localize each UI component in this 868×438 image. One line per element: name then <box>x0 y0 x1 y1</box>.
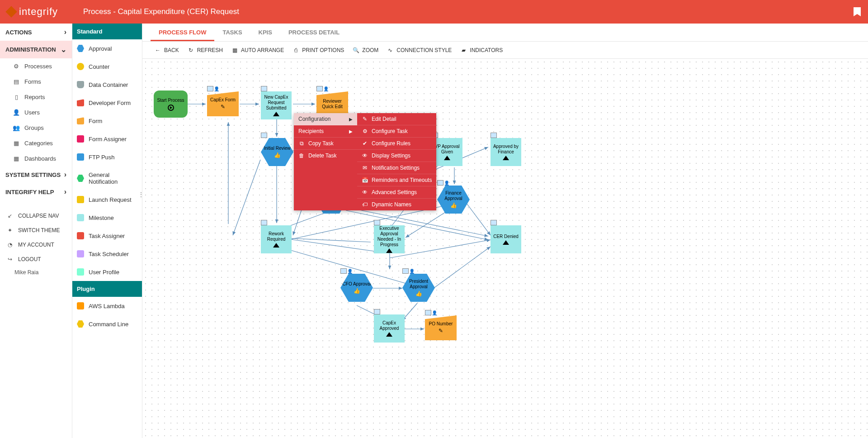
form-assigner-icon <box>77 135 84 143</box>
ctx-advanced-settings[interactable]: 👁Advanced Settings <box>357 186 436 199</box>
ctx-notification-settings[interactable]: ✉Notification Settings <box>357 162 436 174</box>
node-po-number[interactable]: 👤 PO Number✎ <box>425 315 457 340</box>
triangle-icon <box>503 156 509 160</box>
nav-item-groups[interactable]: 👥Groups <box>0 120 72 135</box>
node-finance-approval[interactable]: 👤 Finance Approval👍 <box>437 186 470 214</box>
tab-kpis[interactable]: KPIS <box>250 24 280 41</box>
palette-item-data-container[interactable]: Data Container <box>72 76 142 94</box>
switch-theme-button[interactable]: ✦SWITCH THEME <box>0 223 72 238</box>
ctx-copy-task[interactable]: ⧉Copy Task <box>294 138 357 150</box>
flow-canvas[interactable]: Start Process 👤 CapEx Form✎ New CapEx Re… <box>142 59 868 438</box>
nav-section-system-settings[interactable]: SYSTEM SETTINGS › <box>0 166 72 183</box>
node-cfo-approval[interactable]: 👤 CFO Approval👍 <box>340 274 373 302</box>
tab-process-flow[interactable]: PROCESS FLOW <box>151 24 214 41</box>
ctx-dynamic-names[interactable]: 🏷Dynamic Names <box>357 199 436 210</box>
nav-item-users[interactable]: 👤Users <box>0 105 72 120</box>
tab-tasks[interactable]: TASKS <box>214 24 250 41</box>
node-rework-required[interactable]: Rework Required <box>261 225 292 253</box>
node-new-capex-request[interactable]: New CapEx Request Submitted <box>261 91 292 119</box>
ctx-reminders-timeouts[interactable]: 📅Reminders and Timeouts <box>357 174 436 186</box>
command-line-icon <box>77 320 84 328</box>
refresh-button[interactable]: ↻REFRESH <box>187 47 223 54</box>
my-account-button[interactable]: ◔MY ACCOUNT <box>0 238 72 252</box>
palette-item-aws-lambda[interactable]: AWS Lambda <box>72 297 142 315</box>
chevron-right-icon: › <box>64 171 66 179</box>
launch-request-icon <box>77 196 84 203</box>
palette-item-general-notification[interactable]: General Notification <box>72 166 142 190</box>
user-badge-icon: 👤 <box>431 310 438 315</box>
nav-item-processes[interactable]: ⚙Processes <box>0 58 72 74</box>
palette-item-user-profile[interactable]: User Profile <box>72 263 142 281</box>
palette-item-developer-form[interactable]: Developer Form <box>72 94 142 112</box>
palette-item-task-scheduler[interactable]: Task Scheduler <box>72 245 142 263</box>
nav-item-label: Reports <box>24 94 45 100</box>
ctx-configure-rules[interactable]: ✔Configure Rules <box>357 138 436 150</box>
svg-line-14 <box>346 210 488 240</box>
ctx-delete-task[interactable]: 🗑Delete Task <box>294 150 357 162</box>
ctx-configure-task[interactable]: ⚙Configure Task <box>357 125 436 138</box>
node-label: Start Process <box>157 98 184 103</box>
status-badge-icon <box>402 268 409 274</box>
logout-button[interactable]: ↪LOGOUT <box>0 252 72 267</box>
nav-section-administration[interactable]: ADMINISTRATION ⌄ <box>0 41 72 58</box>
palette-item-task-assigner[interactable]: Task Assigner <box>72 227 142 245</box>
palette-item-label: Task Assigner <box>89 233 125 239</box>
triangle-icon <box>273 112 279 116</box>
node-reviewer-quick-edit[interactable]: 👤 Reviewer Quick Edit <box>316 91 348 116</box>
ctx-display-settings[interactable]: 👁Display Settings <box>357 150 436 162</box>
palette-item-launch-request[interactable]: Launch Request <box>72 190 142 209</box>
node-label: Finance Approval <box>439 190 468 201</box>
nav-item-forms[interactable]: ▤Forms <box>0 74 72 89</box>
status-badge-icon <box>491 220 497 225</box>
logout-icon: ↪ <box>6 256 14 263</box>
ctx-recipients[interactable]: Recipients▶ <box>294 125 357 138</box>
toolbar-label: ZOOM <box>362 47 378 53</box>
nav-section-actions[interactable]: ACTIONS › <box>0 24 72 41</box>
palette-item-command-line[interactable]: Command Line <box>72 315 142 333</box>
collapse-nav-button[interactable]: ↙COLLAPSE NAV <box>0 209 72 223</box>
toolbar-label: INDICATORS <box>470 47 503 53</box>
indicators-button[interactable]: ▰INDICATORS <box>460 47 503 54</box>
palette-item-label: Developer Form <box>89 100 131 106</box>
nav-item-label: Categories <box>24 140 53 147</box>
back-button[interactable]: ←BACK <box>154 47 179 54</box>
node-executive-approval[interactable]: Executive Approval Needed - In Progress <box>374 225 405 253</box>
palette-item-label: FTP Push <box>89 154 115 161</box>
zoom-button[interactable]: 🔍ZOOM <box>352 47 378 54</box>
print-options-button[interactable]: ⎙PRINT OPTIONS <box>292 47 344 54</box>
node-president-approval[interactable]: 👤 President Approval👍 <box>402 274 435 302</box>
node-capex-form[interactable]: 👤 CapEx Form✎ <box>207 91 239 116</box>
nav-item-reports[interactable]: ▯Reports <box>0 89 72 105</box>
nav-item-label: Groups <box>24 124 44 131</box>
connection-style-button[interactable]: ∿CONNECTION STYLE <box>387 47 452 54</box>
node-capex-approved[interactable]: CapEx Approved <box>374 314 405 343</box>
palette-item-label: Milestone <box>89 214 114 221</box>
node-approved-by-finance[interactable]: Approved by Finance <box>491 138 521 166</box>
nav-item-categories[interactable]: ▦Categories <box>0 135 72 151</box>
logo[interactable]: integrify <box>7 6 75 18</box>
palette-item-form-assigner[interactable]: Form Assigner <box>72 130 142 148</box>
task-scheduler-icon <box>77 250 84 257</box>
account-icon: ◔ <box>6 241 14 248</box>
ctx-edit-detail[interactable]: ✎Edit Detail <box>357 113 436 125</box>
tab-label: KPIS <box>259 29 272 36</box>
palette-heading-plugin: Plugin <box>72 281 142 297</box>
palette-item-approval[interactable]: Approval <box>72 39 142 57</box>
palette-item-form[interactable]: Form <box>72 112 142 130</box>
tab-process-detail[interactable]: PROCESS DETAIL <box>280 24 348 41</box>
thumb-up-icon: 👍 <box>415 290 422 297</box>
palette-item-milestone[interactable]: Milestone <box>72 209 142 227</box>
status-badge-icon <box>316 86 323 91</box>
nav-item-dashboards[interactable]: ▦Dashboards <box>0 151 72 166</box>
ctx-configuration[interactable]: Configuration▶ <box>294 113 357 125</box>
bookmark-icon[interactable] <box>854 7 861 16</box>
palette-item-ftp-push[interactable]: FTP Push <box>72 148 142 166</box>
status-badge-icon <box>374 309 380 314</box>
node-cer-denied[interactable]: CER Denied <box>491 225 521 253</box>
nav-section-help[interactable]: INTEGRIFY HELP › <box>0 183 72 200</box>
node-initial-review[interactable]: Initial Review👍 <box>261 138 293 166</box>
auto-arrange-button[interactable]: ▦AUTO ARRANGE <box>231 47 284 54</box>
pencil-icon: ✎ <box>362 116 368 122</box>
palette-item-counter[interactable]: Counter <box>72 57 142 76</box>
node-start-process[interactable]: Start Process <box>154 90 188 118</box>
